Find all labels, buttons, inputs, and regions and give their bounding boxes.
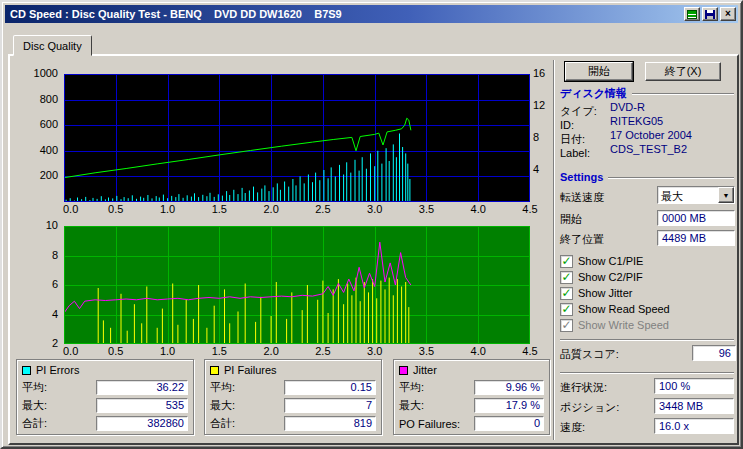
stat-label: 最大: [210, 398, 235, 413]
window-title: CD Speed : Disc Quality Test - BENQ DVD … [10, 8, 342, 20]
stat-label: 平均: [399, 380, 424, 395]
disc-info-header: ディスク情報 [560, 87, 734, 99]
start-position-field[interactable]: 0000 MB [657, 210, 735, 226]
progress-value: 100 % [654, 378, 734, 394]
stat-row: 最大:17.9 % [399, 398, 544, 413]
pi-errors-plot-area [64, 74, 530, 202]
checkbox-show-read-speed[interactable]: ✓ Show Read Speed [560, 302, 670, 316]
quality-score-label: 品質スコア: [560, 347, 619, 362]
pi-failures-total-value: 819 [284, 416, 376, 431]
stat-row: 合計:819 [210, 416, 376, 431]
checkbox-box: ✓ [560, 287, 573, 300]
pi-errors-max-value: 535 [96, 398, 188, 413]
read-speed-right-axis-labels: 481216 [532, 74, 552, 202]
speed-value: 16.0 x [654, 418, 734, 434]
disc-label-value: CDS_TEST_B2 [610, 143, 687, 155]
stat-row: 平均:0.15 [210, 380, 376, 395]
close-icon: × [725, 9, 731, 19]
checkbox-show-c1-pie[interactable]: ✓ Show C1/PIE [560, 254, 643, 268]
jitter-statbox: Jitter 平均:9.96 % 最大:17.9 % PO Failures:0 [393, 359, 550, 435]
checkbox-label: Show C2/PIF [578, 271, 643, 283]
end-position-field[interactable]: 4489 MB [657, 230, 735, 246]
disc-label-label: Label: [560, 147, 590, 159]
stat-row: PO Failures:0 [399, 416, 544, 431]
jitter-chart: 246810 0.00.51.01.52.02.53.03.54.04.5 [28, 226, 552, 358]
pi-failures-swatch [210, 366, 219, 375]
stat-label: 平均: [210, 380, 235, 395]
checkbox-label: Show Read Speed [578, 303, 670, 315]
pi-errors-statbox: PI Errors 平均:36.22 最大:535 合計:382860 [16, 359, 194, 435]
pi-errors-title-label: PI Errors [36, 364, 79, 376]
disc-info-header-label: ディスク情報 [560, 86, 627, 101]
right-panel: 開始 終了(X) ディスク情報 タイプ:DVD-R ID:RITEKG05 日付… [558, 56, 736, 443]
titlebar-buttons: × [684, 7, 738, 21]
pi-errors-statbox-title: PI Errors [22, 363, 188, 377]
checkbox-show-c2-pif[interactable]: ✓ Show C2/PIF [560, 270, 643, 284]
pi-failures-max-value: 7 [284, 398, 376, 413]
stat-label: 合計: [210, 416, 235, 431]
stat-label: PO Failures: [399, 418, 460, 430]
disc-type-row: タイプ:DVD-R [560, 101, 734, 114]
save-icon-button[interactable] [702, 7, 718, 21]
speed-label: 速度: [560, 420, 585, 435]
app-window: CD Speed : Disc Quality Test - BENQ DVD … [0, 0, 743, 449]
tab-label: Disc Quality [23, 40, 82, 52]
separator [560, 372, 734, 374]
chevron-down-icon[interactable]: ▼ [718, 187, 734, 203]
title-bar[interactable]: CD Speed : Disc Quality Test - BENQ DVD … [5, 5, 738, 23]
check-icon: ✓ [561, 304, 571, 314]
stat-label: 平均: [22, 380, 47, 395]
disc-id-row: ID:RITEKG05 [560, 115, 734, 128]
check-icon: ✓ [561, 256, 571, 266]
vertical-divider [553, 60, 555, 440]
pi-errors-x-axis-labels: 0.00.51.01.52.02.53.03.54.04.5 [64, 204, 530, 216]
pi-failures-statbox: PI Failures 平均:0.15 最大:7 合計:819 [204, 359, 382, 435]
disc-type-value: DVD-R [610, 101, 645, 113]
checkbox-box: ✓ [560, 255, 573, 268]
checkbox-box: ✓ [560, 271, 573, 284]
pi-failures-average-value: 0.15 [284, 380, 376, 395]
exit-button[interactable]: 終了(X) [645, 62, 721, 81]
checkbox-box: ✓ [560, 319, 573, 332]
transfer-speed-select[interactable]: 最大 ▼ [657, 186, 735, 204]
jitter-statbox-title: Jitter [399, 363, 544, 377]
pi-errors-total-value: 382860 [96, 416, 188, 431]
stat-row: 平均:36.22 [22, 380, 188, 395]
settings-header-label: Settings [560, 171, 603, 183]
end-position-label: 終了位置 [560, 232, 604, 247]
pi-errors-chart: 2004006008001000 481216 0.00.51.01.52.02… [28, 74, 552, 216]
stat-row: 平均:9.96 % [399, 380, 544, 395]
check-icon: ✓ [561, 320, 571, 330]
checkbox-show-jitter[interactable]: ✓ Show Jitter [560, 286, 632, 300]
pi-failures-statbox-title: PI Failures [210, 363, 376, 377]
jitter-x-axis-labels: 0.00.51.01.52.02.53.03.54.04.5 [64, 346, 530, 358]
start-button[interactable]: 開始 [565, 62, 633, 81]
pi-errors-average-value: 36.22 [96, 380, 188, 395]
quality-score-value: 96 [692, 345, 736, 361]
check-icon: ✓ [561, 288, 571, 298]
position-label: ポジション: [560, 400, 619, 415]
stat-label: 合計: [22, 416, 47, 431]
checkbox-label: Show Jitter [578, 287, 632, 299]
graph-icon-button[interactable] [684, 7, 700, 21]
checkbox-label: Show Write Speed [578, 319, 669, 331]
tab-disc-quality[interactable]: Disc Quality [13, 35, 92, 56]
disc-label-row: Label:CDS_TEST_B2 [560, 143, 734, 156]
settings-header: Settings [560, 171, 734, 183]
close-button[interactable]: × [720, 7, 736, 21]
separator [560, 339, 734, 341]
stat-row: 合計:382860 [22, 416, 188, 431]
checkbox-show-write-speed[interactable]: ✓ Show Write Speed [560, 318, 669, 332]
pi-failures-title-label: PI Failures [224, 364, 277, 376]
start-position-label: 開始 [560, 212, 582, 227]
transfer-speed-label: 転送速度 [560, 190, 604, 205]
stat-label: 最大: [22, 398, 47, 413]
jitter-left-axis-labels: 246810 [28, 226, 60, 344]
pi-errors-left-axis-labels: 2004006008001000 [28, 74, 60, 202]
po-failures-value: 0 [474, 416, 544, 431]
pi-errors-swatch [22, 366, 31, 375]
stat-row: 最大:7 [210, 398, 376, 413]
jitter-max-value: 17.9 % [474, 398, 544, 413]
disc-date-value: 17 October 2004 [610, 129, 692, 141]
save-icon [705, 10, 715, 19]
